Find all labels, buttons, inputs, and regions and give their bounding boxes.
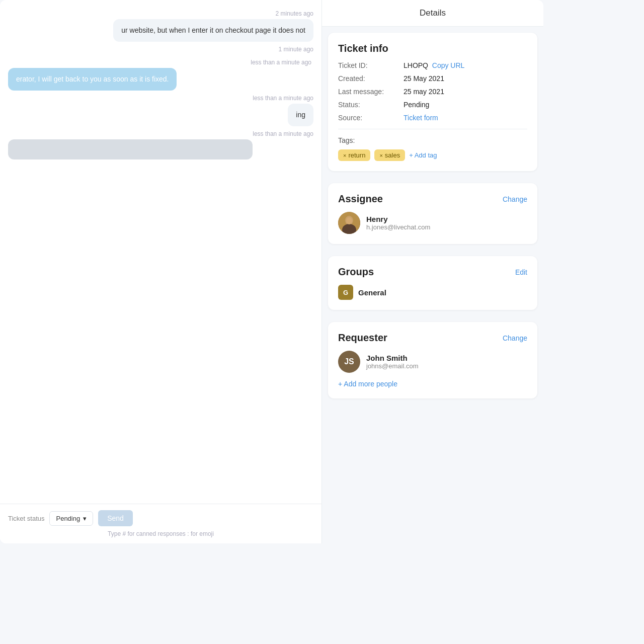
group-name: General — [358, 288, 386, 297]
ticket-id-label: Ticket ID: — [338, 61, 404, 69]
status-select[interactable]: Pending ▾ — [49, 511, 93, 526]
svg-point-3 — [346, 217, 352, 224]
details-panel: Details Ticket info Ticket ID: LHOPQ Cop… — [322, 0, 543, 543]
footer-actions: Ticket status Pending ▾ Send — [8, 510, 313, 526]
source-label: Source: — [338, 114, 404, 122]
assignee-card: Assignee Change Henry h.jones@livechat.c… — [328, 183, 537, 244]
requester-title: Requester — [338, 332, 387, 344]
chevron-down-icon: ▾ — [83, 515, 87, 522]
requester-avatar: JS — [338, 351, 360, 373]
message-row: less than a minute ago — [8, 130, 313, 159]
assignee-name: Henry — [366, 215, 430, 223]
created-label: Created: — [338, 74, 404, 83]
group-row: G General — [338, 285, 527, 300]
ticket-info-title: Ticket info — [338, 43, 527, 54]
message-timestamp: 1 minute ago — [279, 46, 313, 53]
message-row: less than a minute ago ing — [8, 95, 313, 126]
chat-footer: Ticket status Pending ▾ Send Type # for … — [0, 504, 321, 543]
chat-panel: 2 minutes ago ur website, but when I ent… — [0, 0, 322, 543]
tag-return: × return — [338, 149, 370, 161]
add-more-people-link[interactable]: + Add more people — [338, 380, 397, 388]
add-tag-button[interactable]: + Add tag — [409, 151, 437, 159]
status-select-value: Pending — [56, 515, 80, 522]
tags-section: Tags: × return × sales + Add tag — [338, 136, 527, 161]
assignee-email: h.jones@livechat.com — [366, 223, 430, 231]
requester-section-header: Requester Change — [338, 332, 527, 344]
assignee-title: Assignee — [338, 193, 383, 205]
send-button[interactable]: Send — [98, 510, 133, 526]
message-bubble: ur website, but when I enter it on check… — [113, 19, 313, 42]
status-row: Status: Pending — [338, 101, 527, 109]
created-value: 25 May 2021 — [404, 74, 444, 83]
status-label: Status: — [338, 101, 404, 109]
status-value: Pending — [404, 101, 429, 109]
message-timestamp: 2 minutes ago — [276, 10, 313, 17]
message-bubble-user: erator, I will get back to you as soon a… — [8, 68, 177, 91]
created-row: Created: 25 May 2021 — [338, 74, 527, 83]
assignee-section-header: Assignee Change — [338, 193, 527, 205]
message-row: 1 minute ago — [8, 46, 313, 55]
tag-return-remove[interactable]: × — [343, 152, 346, 158]
groups-title: Groups — [338, 266, 374, 278]
assignee-row: Henry h.jones@livechat.com — [338, 212, 527, 234]
requester-info: John Smith johns@email.com — [366, 354, 419, 370]
groups-section-header: Groups Edit — [338, 266, 527, 278]
groups-card: Groups Edit G General — [328, 256, 537, 310]
assignee-info: Henry h.jones@livechat.com — [366, 215, 430, 231]
tag-return-label: return — [348, 151, 365, 159]
last-message-label: Last message: — [338, 88, 404, 96]
avatar — [338, 212, 360, 234]
group-avatar: G — [338, 285, 353, 300]
requester-name: John Smith — [366, 354, 419, 362]
message-timestamp: less than a minute ago — [251, 59, 311, 66]
tag-sales: × sales — [374, 149, 405, 161]
chat-messages: 2 minutes ago ur website, but when I ent… — [0, 0, 321, 504]
message-bubble-system — [8, 139, 253, 159]
last-message-value: 25 may 2021 — [404, 88, 444, 96]
ticket-status-label: Ticket status — [8, 515, 44, 522]
panel-header: Details — [322, 0, 543, 27]
groups-edit-button[interactable]: Edit — [515, 268, 527, 276]
message-row: 2 minutes ago ur website, but when I ent… — [8, 10, 313, 42]
ticket-id-value: LHOPQ — [404, 61, 428, 69]
tag-sales-remove[interactable]: × — [379, 152, 382, 158]
last-message-row: Last message: 25 may 2021 — [338, 88, 527, 96]
requester-email: johns@email.com — [366, 362, 419, 370]
message-row: less than a minute ago erator, I will ge… — [8, 59, 313, 91]
requester-card: Requester Change JS John Smith johns@ema… — [328, 322, 537, 398]
divider — [338, 129, 527, 129]
source-value[interactable]: Ticket form — [404, 114, 438, 122]
hint-text: Type # for canned responses : for emoji — [8, 530, 313, 537]
tags-row: × return × sales + Add tag — [338, 149, 527, 161]
requester-change-button[interactable]: Change — [503, 334, 527, 342]
ticket-info-card: Ticket info Ticket ID: LHOPQ Copy URL Cr… — [328, 33, 537, 171]
copy-url-link[interactable]: Copy URL — [432, 61, 465, 69]
message-timestamp: less than a minute ago — [253, 130, 313, 137]
message-timestamp: less than a minute ago — [253, 95, 313, 102]
ticket-id-row: Ticket ID: LHOPQ Copy URL — [338, 61, 527, 69]
message-bubble: ing — [288, 104, 313, 126]
source-row: Source: Ticket form — [338, 114, 527, 122]
assignee-change-button[interactable]: Change — [503, 195, 527, 203]
tag-sales-label: sales — [385, 151, 400, 159]
requester-row: JS John Smith johns@email.com — [338, 351, 527, 373]
tags-label: Tags: — [338, 136, 527, 144]
